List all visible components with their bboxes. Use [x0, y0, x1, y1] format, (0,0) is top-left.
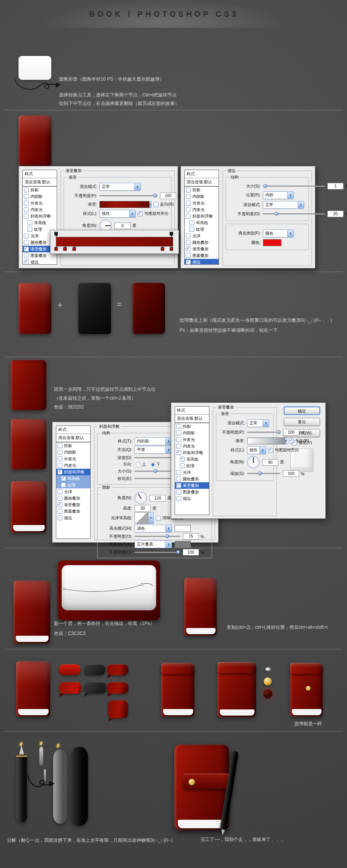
value-field[interactable]: 100: [183, 549, 199, 556]
slider-thumb[interactable]: [176, 550, 180, 554]
style-list-item[interactable]: 内发光: [185, 206, 219, 213]
checkbox-icon[interactable]: [186, 247, 191, 252]
value-field[interactable]: 0: [115, 223, 131, 229]
dropdown[interactable]: 线性▲▼: [99, 210, 136, 218]
dropdown[interactable]: 正常▲▼: [263, 201, 304, 209]
slider-track[interactable]: [263, 213, 325, 214]
checkbox-icon[interactable]: [186, 194, 191, 199]
style-list-item[interactable]: 投影: [175, 423, 209, 430]
checkbox-icon[interactable]: [176, 424, 181, 429]
checkbox-icon[interactable]: [24, 260, 29, 265]
slider-thumb[interactable]: [153, 194, 157, 198]
value-field[interactable]: 1: [327, 183, 344, 189]
blending-options-item[interactable]: 混合选项:默认: [185, 178, 219, 187]
style-list-item[interactable]: 描边: [175, 495, 209, 502]
slider-thumb[interactable]: [277, 430, 281, 434]
checkbox-icon[interactable]: [24, 187, 29, 193]
checkbox-icon[interactable]: [57, 456, 62, 461]
style-list-item[interactable]: 光泽: [185, 233, 219, 239]
style-list-item[interactable]: 内阴影: [175, 430, 209, 436]
style-list-item[interactable]: 等高线: [56, 475, 90, 482]
style-list-item[interactable]: 等高线: [185, 220, 219, 226]
checkbox-icon[interactable]: [176, 437, 181, 442]
style-list-item[interactable]: 图案叠加: [56, 508, 90, 515]
gradient-color-stop-icon[interactable]: [170, 247, 173, 251]
dropdown-arrow-icon[interactable]: ▾: [150, 201, 152, 208]
radio-icon[interactable]: [136, 462, 141, 467]
slider-track[interactable]: [99, 195, 157, 196]
checkbox-icon[interactable]: [189, 220, 194, 225]
gradient-swatch[interactable]: [247, 437, 285, 444]
blending-options-item[interactable]: 混合选项:默认: [56, 434, 90, 442]
value-field[interactable]: 30: [135, 505, 151, 512]
style-list-item[interactable]: 内阴影: [56, 449, 90, 456]
checkbox-icon[interactable]: [27, 220, 32, 225]
checkbox-icon[interactable]: [186, 187, 191, 193]
style-list-item[interactable]: 渐变叠加: [185, 246, 219, 252]
value-field[interactable]: 100: [283, 470, 299, 477]
blending-options-item[interactable]: 混合选项:默认: [175, 415, 209, 423]
style-list-item[interactable]: 光泽: [56, 488, 90, 495]
gradient-bar[interactable]: [56, 237, 173, 247]
slider-track[interactable]: [135, 552, 180, 553]
dropdown[interactable]: 内部▲▼: [263, 191, 294, 199]
value-field[interactable]: 100: [283, 429, 299, 436]
slider-thumb[interactable]: [263, 184, 267, 188]
style-list-item[interactable]: 内阴影: [23, 193, 57, 200]
checkbox-icon[interactable]: [176, 470, 181, 475]
stepper-icon[interactable]: ▲▼: [298, 201, 304, 208]
style-list-item[interactable]: 图案叠加: [185, 252, 219, 259]
gradient-color-stop-icon[interactable]: [161, 247, 164, 251]
checkbox-icon[interactable]: [57, 469, 62, 475]
style-list-item[interactable]: 渐变叠加: [56, 502, 90, 508]
checkbox-icon[interactable]: [180, 457, 185, 462]
checkbox-icon[interactable]: [57, 489, 62, 494]
style-list-item[interactable]: 颜色叠加: [56, 495, 90, 502]
style-list-item[interactable]: 描边: [23, 259, 57, 265]
checkbox-icon[interactable]: [153, 202, 158, 207]
checkbox-icon[interactable]: [61, 483, 66, 488]
style-list-item[interactable]: 外发光: [56, 456, 90, 462]
style-list-item[interactable]: 投影: [23, 187, 57, 193]
style-list-item[interactable]: 投影: [185, 187, 219, 193]
value-field[interactable]: 20: [327, 211, 344, 217]
style-list-item[interactable]: 描边: [56, 515, 90, 521]
checkbox-icon[interactable]: [138, 211, 143, 216]
dropdown-arrow-icon[interactable]: ▾: [285, 437, 287, 444]
checkbox-icon[interactable]: [24, 194, 29, 199]
dropdown[interactable]: 滤色▲▼: [135, 525, 172, 532]
checkbox-icon[interactable]: [24, 240, 29, 245]
slider-track[interactable]: [263, 186, 325, 187]
stepper-icon[interactable]: ▲▼: [134, 183, 140, 190]
checkbox-icon[interactable]: [186, 201, 191, 206]
checkbox-icon[interactable]: [176, 476, 181, 481]
dropdown[interactable]: 线性▲▼: [247, 446, 266, 454]
checkbox-icon[interactable]: [268, 448, 273, 453]
style-list-item[interactable]: 等高线: [175, 456, 209, 463]
style-list-item[interactable]: 纹理: [56, 482, 90, 488]
checkbox-icon[interactable]: [292, 441, 297, 446]
stepper-icon[interactable]: ▲▼: [259, 447, 266, 454]
style-list-item[interactable]: 图案叠加: [175, 489, 209, 495]
blending-options-item[interactable]: 混合选项:默认: [23, 178, 57, 187]
style-list-item[interactable]: 内阴影: [185, 193, 219, 200]
checkbox-icon[interactable]: [189, 227, 194, 232]
checkbox-icon[interactable]: [176, 444, 181, 449]
checkbox-icon[interactable]: [186, 240, 191, 245]
checkbox-icon[interactable]: [57, 502, 62, 507]
checkbox-icon[interactable]: [186, 253, 191, 258]
checkbox-icon[interactable]: [24, 207, 29, 212]
checkbox-icon[interactable]: [186, 214, 191, 219]
slider-thumb[interactable]: [153, 469, 157, 473]
checkbox-icon[interactable]: [186, 260, 191, 265]
style-list-item[interactable]: 内发光: [56, 462, 90, 469]
checkbox-icon[interactable]: [27, 227, 32, 232]
angle-dial[interactable]: [247, 456, 259, 468]
stepper-icon[interactable]: ▲▼: [165, 541, 172, 548]
dropdown[interactable]: 内斜面▲▼: [135, 437, 172, 445]
gradient-opacity-stop-icon[interactable]: [54, 232, 58, 235]
slider-track[interactable]: [247, 473, 280, 474]
checkbox-icon[interactable]: [186, 233, 191, 238]
style-list-item[interactable]: 投影: [56, 442, 90, 449]
dropdown[interactable]: 正常▲▼: [99, 183, 141, 191]
